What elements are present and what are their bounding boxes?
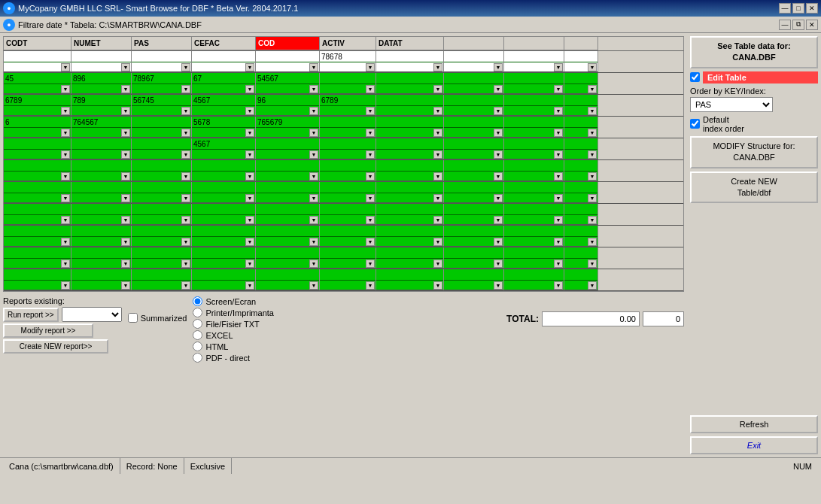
menu-restore-button[interactable]: ⧉ — [792, 20, 804, 30]
dropdown-arrow[interactable]: ▼ — [181, 150, 190, 159]
table-row[interactable]: ▼ — [4, 226, 71, 247]
dropdown-arrow[interactable]: ▼ — [61, 85, 70, 93]
dropdown-arrow[interactable]: ▼ — [61, 172, 70, 181]
dropdown-arrow[interactable]: ▼ — [433, 281, 442, 290]
dropdown-arrow[interactable]: ▼ — [121, 238, 130, 246]
dropdown-arrow[interactable]: ▼ — [494, 194, 503, 202]
dropdown-arrow[interactable]: ▼ — [588, 172, 597, 181]
table-row[interactable]: ▼ — [4, 269, 71, 290]
dropdown-arrow[interactable]: ▼ — [181, 238, 190, 246]
dropdown-arrow[interactable]: ▼ — [433, 238, 442, 246]
dropdown-arrow[interactable]: ▼ — [181, 129, 190, 137]
dropdown-arrow[interactable]: ▼ — [433, 172, 442, 181]
dropdown-arrow[interactable]: ▼ — [554, 129, 563, 137]
dropdown-arrow[interactable]: ▼ — [554, 107, 563, 115]
refresh-button[interactable]: Refresh — [690, 415, 818, 433]
dropdown-arrow[interactable]: ▼ — [61, 216, 70, 224]
dropdown-arrow[interactable]: ▼ — [121, 63, 130, 71]
radio-excel[interactable]: EXCEL — [193, 330, 273, 340]
dropdown-arrow[interactable]: ▼ — [494, 107, 503, 115]
dropdown-arrow[interactable]: ▼ — [61, 260, 70, 268]
dropdown-arrow[interactable]: ▼ — [433, 194, 442, 202]
dropdown-arrow[interactable]: ▼ — [121, 216, 130, 224]
dropdown-arrow[interactable]: ▼ — [245, 238, 254, 246]
table-row[interactable]: 45▼ — [4, 73, 71, 94]
run-report-button[interactable]: Run report >> — [3, 308, 59, 322]
dropdown-arrow[interactable]: ▼ — [121, 85, 130, 93]
dropdown-arrow[interactable]: ▼ — [245, 129, 254, 137]
dropdown-arrow[interactable]: ▼ — [245, 150, 254, 159]
dropdown-arrow[interactable]: ▼ — [433, 129, 442, 137]
menu-bar-controls[interactable]: — ⧉ ✕ — [779, 20, 818, 30]
radio-pdf[interactable]: PDF - direct — [193, 353, 273, 363]
dropdown-arrow[interactable]: ▼ — [61, 238, 70, 246]
dropdown-arrow[interactable]: ▼ — [309, 194, 318, 202]
dropdown-arrow[interactable]: ▼ — [181, 85, 190, 93]
dropdown-arrow[interactable]: ▼ — [366, 150, 375, 159]
dropdown-arrow[interactable]: ▼ — [554, 172, 563, 181]
dropdown-arrow[interactable]: ▼ — [121, 281, 130, 290]
dropdown-arrow[interactable]: ▼ — [494, 260, 503, 268]
create-new-table-button[interactable]: Create NEW Table/dbf — [690, 172, 818, 204]
dropdown-arrow[interactable]: ▼ — [181, 281, 190, 290]
dropdown-arrow[interactable]: ▼ — [588, 129, 597, 137]
dropdown-arrow[interactable]: ▼ — [366, 238, 375, 246]
dropdown-arrow[interactable]: ▼ — [245, 107, 254, 115]
dropdown-arrow[interactable]: ▼ — [181, 172, 190, 181]
dropdown-arrow[interactable]: ▼ — [366, 281, 375, 290]
dropdown-arrow[interactable]: ▼ — [61, 194, 70, 202]
dropdown-arrow[interactable]: ▼ — [309, 238, 318, 246]
dropdown-arrow[interactable]: ▼ — [181, 107, 190, 115]
dropdown-arrow[interactable]: ▼ — [309, 150, 318, 159]
dropdown-arrow[interactable]: ▼ — [309, 63, 318, 71]
modify-structure-button[interactable]: MODIFY Structure for: CANA.DBF — [690, 136, 818, 169]
dropdown-arrow[interactable]: ▼ — [554, 260, 563, 268]
dropdown-arrow[interactable]: ▼ — [309, 107, 318, 115]
dropdown-arrow[interactable]: ▼ — [554, 238, 563, 246]
dropdown-arrow[interactable]: ▼ — [181, 260, 190, 268]
dropdown-arrow[interactable]: ▼ — [554, 216, 563, 224]
dropdown-arrow[interactable]: ▼ — [494, 172, 503, 181]
maximize-button[interactable]: □ — [792, 3, 804, 14]
radio-screen[interactable]: Screen/Ecran — [193, 296, 273, 306]
dropdown-arrow[interactable]: ▼ — [554, 85, 563, 93]
table-row[interactable]: 6789▼ — [4, 95, 71, 116]
dropdown-arrow[interactable]: ▼ — [588, 63, 597, 71]
create-new-report-button[interactable]: Create NEW report>> — [3, 339, 108, 354]
dropdown-arrow[interactable]: ▼ — [366, 216, 375, 224]
dropdown-arrow[interactable]: ▼ — [494, 150, 503, 159]
see-table-button[interactable]: See Table data for: CANA.DBF — [690, 36, 818, 68]
menu-minimize-button[interactable]: — — [779, 20, 791, 30]
dropdown-arrow[interactable]: ▼ — [366, 129, 375, 137]
dropdown-arrow[interactable]: ▼ — [588, 85, 597, 93]
table-row[interactable]: ▼ — [4, 160, 71, 181]
dropdown-arrow[interactable]: ▼ — [433, 63, 442, 71]
summarized-label[interactable]: Summarized — [128, 313, 187, 323]
dropdown-arrow[interactable]: ▼ — [309, 281, 318, 290]
dropdown-arrow[interactable]: ▼ — [494, 216, 503, 224]
dropdown-arrow[interactable]: ▼ — [366, 172, 375, 181]
dropdown-arrow[interactable]: ▼ — [494, 63, 503, 71]
dropdown-arrow[interactable]: ▼ — [181, 194, 190, 202]
dropdown-arrow[interactable]: ▼ — [309, 260, 318, 268]
dropdown-arrow[interactable]: ▼ — [121, 150, 130, 159]
dropdown-arrow[interactable]: ▼ — [121, 129, 130, 137]
dropdown-arrow[interactable]: ▼ — [366, 85, 375, 93]
dropdown-arrow[interactable]: ▼ — [366, 107, 375, 115]
close-button[interactable]: ✕ — [806, 3, 818, 14]
dropdown-arrow[interactable]: ▼ — [433, 107, 442, 115]
exit-button[interactable]: Exit — [690, 436, 818, 454]
table-row[interactable]: ▼ — [4, 51, 71, 72]
dropdown-arrow[interactable]: ▼ — [121, 260, 130, 268]
dropdown-arrow[interactable]: ▼ — [433, 216, 442, 224]
summarized-checkbox[interactable] — [128, 313, 138, 323]
dropdown-arrow[interactable]: ▼ — [366, 63, 375, 71]
modify-report-button[interactable]: Modify report >> — [3, 323, 93, 338]
table-row[interactable]: ▼ — [4, 182, 71, 203]
dropdown-arrow[interactable]: ▼ — [245, 85, 254, 93]
dropdown-arrow[interactable]: ▼ — [61, 129, 70, 137]
dropdown-arrow[interactable]: ▼ — [366, 194, 375, 202]
dropdown-arrow[interactable]: ▼ — [121, 172, 130, 181]
table-row[interactable]: ▼ — [4, 247, 71, 269]
dropdown-arrow[interactable]: ▼ — [61, 107, 70, 115]
